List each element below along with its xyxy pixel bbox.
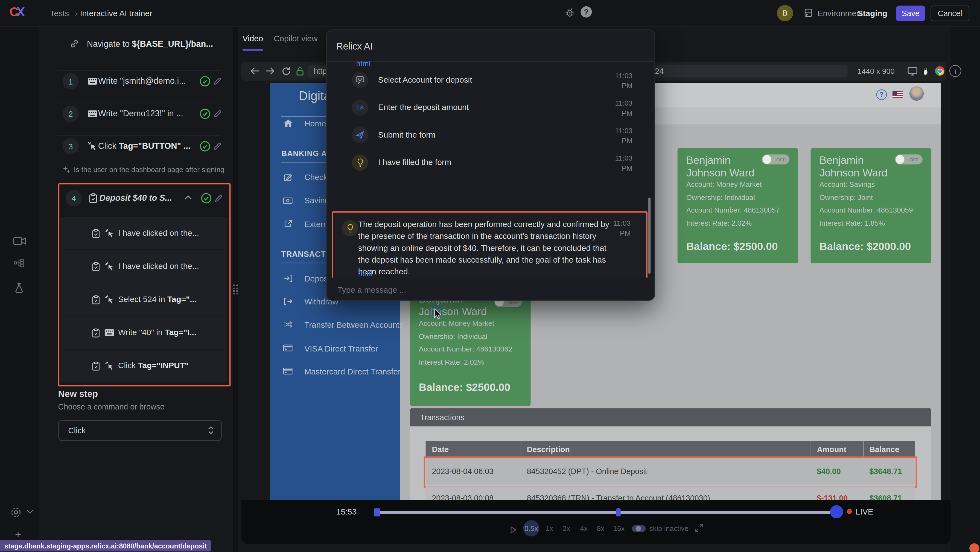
us-flag-icon[interactable] (892, 91, 903, 98)
substep-row-4[interactable]: Write "40" in Tag="I... (61, 316, 227, 349)
bank-user-avatar[interactable] (910, 86, 924, 101)
substep-prefix: Select 524 in (118, 295, 167, 304)
time: 11:03 (601, 218, 631, 228)
speed-8x[interactable]: 8x (597, 525, 605, 532)
skip-inactive-toggle[interactable] (632, 525, 646, 532)
step-label-prefix: Navigate to (87, 39, 132, 48)
select-updown-icon (208, 426, 214, 435)
relicx-logo[interactable]: CX (9, 5, 23, 19)
card-account-type: Account: Money Market (418, 319, 494, 327)
flask-icon[interactable] (14, 282, 24, 293)
visa-card-icon (283, 345, 292, 351)
add-icon[interactable]: + (15, 528, 21, 541)
new-step-title: New step (58, 389, 98, 399)
clipboard-icon (92, 295, 100, 305)
chat-scrollbar[interactable] (648, 198, 651, 274)
chat-message-input[interactable] (336, 284, 632, 295)
command-select[interactable]: Click (58, 420, 222, 441)
card-toggle[interactable]: OFF (895, 155, 923, 165)
video-camera-icon[interactable] (13, 236, 26, 246)
withdraw-icon (284, 298, 293, 305)
bank-nav-mastercard-transfer[interactable]: Mastercard Direct Transfer (304, 367, 401, 377)
step-label: Write "jsmith@demo.i... (98, 76, 197, 86)
url-text-right: 24 (655, 67, 663, 76)
cursor-click-icon (88, 141, 98, 152)
fullscreen-icon[interactable] (695, 524, 703, 532)
flow-tree-icon[interactable] (14, 259, 25, 269)
bug-icon[interactable] (565, 7, 575, 18)
account-card-savings-486130059: Benjamin Johnson Ward OFF Account: Savin… (811, 148, 931, 263)
edit-pencil-icon[interactable] (215, 194, 223, 203)
edit-pencil-icon[interactable] (213, 109, 222, 118)
assertion-note-text: Is the user on the dashboard page after … (74, 166, 231, 173)
speed-2x[interactable]: 2x (562, 525, 570, 532)
tab-video[interactable]: Video (243, 34, 263, 43)
info-icon[interactable]: i (950, 65, 961, 77)
command-select-value: Click (68, 426, 86, 435)
environment-value[interactable]: Staging (858, 9, 887, 18)
col-date: Date (432, 445, 449, 454)
table-row[interactable]: 2023-08-03 00:08 845320368 (TRN) - Trans… (426, 487, 915, 500)
bank-nav-visa-transfer[interactable]: VISA Direct Transfer (304, 344, 378, 353)
step-row-3[interactable]: 3 Click Tag="BUTTON" ... (40, 138, 233, 166)
refresh-icon[interactable] (282, 67, 291, 76)
speed-4x[interactable]: 4x (580, 525, 588, 532)
message-text: Select Account for deposit (378, 75, 472, 84)
bank-nav-home[interactable]: Home (304, 119, 326, 128)
breadcrumb-tests[interactable]: Tests (50, 9, 69, 18)
cancel-button[interactable]: Cancel (931, 6, 969, 21)
home-icon (284, 120, 293, 127)
account-card-money-market-486130057: Benjamin Johnson Ward OFF Account: Money… (678, 148, 798, 263)
linux-icon (922, 66, 929, 75)
message-time: 11:03PM (608, 70, 632, 91)
card-ownership: Ownership: Individual (686, 194, 755, 201)
chevron-up-icon[interactable] (184, 195, 192, 200)
tab-copilot-view[interactable]: Copilot view (274, 34, 317, 43)
back-icon[interactable] (250, 67, 259, 75)
html-link[interactable]: html (356, 61, 371, 68)
speed-0-5x[interactable]: 0.5x (523, 520, 539, 536)
check-circle-icon (199, 76, 210, 87)
breadcrumb-current: Interactive AI trainer (80, 9, 152, 18)
edit-pencil-icon[interactable] (213, 142, 222, 151)
timeline-marker[interactable] (616, 508, 621, 517)
chevron-down-icon[interactable] (26, 509, 33, 514)
card-toggle[interactable]: OFF (762, 155, 789, 165)
chrome-icon-center (937, 69, 942, 73)
help-icon[interactable]: ? (581, 6, 592, 18)
cursor-click-icon (105, 262, 114, 271)
timeline-start-handle[interactable] (374, 508, 380, 517)
step-row-1[interactable]: 1 Write "jsmith@demo.i... (40, 73, 233, 101)
step-label-prefix: Write "jsmith@demo.i... (98, 76, 186, 86)
speed-1x[interactable]: 1x (546, 525, 553, 532)
save-button[interactable]: Save (896, 6, 925, 21)
environment-icon (803, 8, 813, 18)
substep-row-1[interactable]: I have clicked on the... (61, 217, 227, 249)
ampm: PM (608, 108, 632, 118)
step-row-4[interactable]: 4 Deposit $40 to S... (59, 190, 227, 216)
step-navigate[interactable]: Navigate to ${BASE_URL}/ban... (70, 35, 213, 53)
panel-resize-handle[interactable] (233, 26, 238, 552)
chat-message: I have filled the form 11:03PM (327, 153, 654, 181)
timeline-track[interactable] (375, 511, 840, 514)
message-time: 11:03PM (608, 153, 632, 173)
substep-row-2[interactable]: I have clicked on the... (61, 250, 227, 282)
timeline-playhead[interactable] (830, 505, 843, 518)
status-url-tooltip: stage.dbank.staging-apps.relicx.ai:8080/… (0, 540, 212, 552)
user-avatar[interactable]: B (777, 5, 793, 21)
substep-row-5[interactable]: Click Tag="INPUT" (61, 349, 227, 382)
settings-gear-icon[interactable] (10, 506, 22, 518)
play-button[interactable] (510, 526, 517, 534)
bank-help-icon[interactable]: ? (877, 89, 887, 100)
html-link[interactable]: html (358, 269, 372, 278)
forward-icon[interactable] (266, 67, 275, 75)
speed-16x[interactable]: 16x (613, 525, 625, 532)
player-controls-bar: 15:53 LIVE 0.5x 1x 2x 4x 8x 16x skip ina… (241, 500, 950, 544)
substep-row-3[interactable]: Select 524 in Tag="... (61, 283, 227, 316)
edit-pencil-icon[interactable] (213, 77, 222, 86)
bank-nav-transfer[interactable]: Transfer Between Accounts (304, 320, 403, 329)
highlighted-messages: The deposit operation has been performed… (332, 211, 648, 278)
chat-message-list[interactable]: html Select Account for deposit 11:03PM … (327, 61, 654, 278)
notification-dot[interactable] (969, 543, 980, 552)
step-row-2[interactable]: 2 Write "Demo123!" in ... (40, 105, 233, 134)
